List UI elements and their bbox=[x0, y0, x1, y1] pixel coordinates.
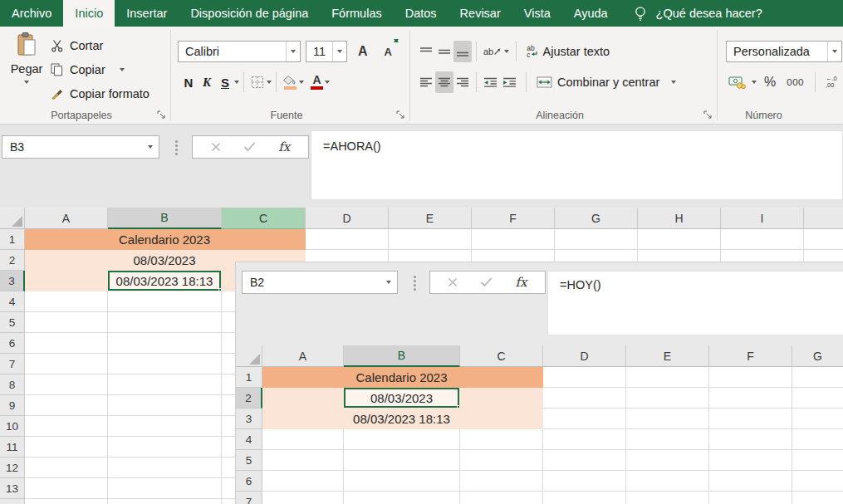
bold-button[interactable]: N bbox=[179, 71, 198, 93]
chevron-down-icon[interactable] bbox=[299, 81, 304, 84]
empty-cell[interactable] bbox=[25, 333, 108, 354]
column-header-g[interactable]: G bbox=[555, 208, 638, 229]
empty-cell[interactable] bbox=[709, 388, 792, 409]
overlay-cell-b3[interactable]: 08/03/2023 18:13 bbox=[344, 409, 460, 429]
cell-a1[interactable] bbox=[25, 229, 108, 250]
overlay-row-header-2[interactable]: 2 bbox=[236, 388, 262, 409]
row-header[interactable]: 5 bbox=[0, 312, 25, 333]
overlay-column-header-c[interactable]: C bbox=[460, 345, 543, 367]
row-header[interactable]: 9 bbox=[0, 395, 25, 416]
overlay-select-all-corner[interactable] bbox=[236, 345, 262, 367]
overlay-column-header-f[interactable]: F bbox=[709, 345, 792, 367]
empty-cell[interactable] bbox=[543, 409, 626, 429]
overlay-cell-a2[interactable] bbox=[262, 388, 344, 409]
empty-cell[interactable] bbox=[25, 437, 108, 458]
empty-cell[interactable] bbox=[25, 458, 108, 478]
font-color-button[interactable]: A bbox=[309, 71, 325, 93]
row-header[interactable]: 5 bbox=[236, 450, 262, 471]
empty-cell[interactable] bbox=[792, 492, 843, 504]
empty-cell[interactable] bbox=[709, 367, 792, 388]
decrease-font-size-button[interactable]: A bbox=[379, 41, 398, 62]
fill-color-button[interactable] bbox=[281, 71, 299, 93]
empty-cell[interactable] bbox=[262, 492, 344, 504]
chevron-down-icon[interactable] bbox=[234, 81, 239, 84]
enter-check-icon[interactable] bbox=[480, 277, 493, 287]
empty-cell[interactable] bbox=[460, 471, 543, 492]
dialog-launcher-icon[interactable] bbox=[396, 110, 405, 120]
empty-cell[interactable] bbox=[709, 471, 792, 492]
column-header-e[interactable]: E bbox=[389, 208, 472, 229]
overlay-cell-b1[interactable]: Calendario 2023 bbox=[344, 367, 460, 388]
increase-font-size-button[interactable]: A bbox=[352, 41, 374, 62]
align-left-button[interactable] bbox=[417, 71, 435, 93]
cancel-icon[interactable] bbox=[448, 277, 458, 287]
italic-button[interactable]: K bbox=[198, 71, 216, 93]
empty-cell[interactable] bbox=[108, 333, 222, 354]
empty-cell[interactable] bbox=[108, 499, 222, 504]
overlay-cell-c2[interactable] bbox=[460, 388, 543, 409]
empty-cell[interactable] bbox=[709, 450, 792, 471]
cell-c1[interactable] bbox=[222, 229, 306, 250]
empty-cell[interactable] bbox=[344, 450, 460, 471]
empty-cell[interactable] bbox=[389, 229, 472, 250]
overlay-cell-c1[interactable] bbox=[460, 367, 543, 388]
cell-a2[interactable] bbox=[25, 250, 108, 271]
copy-button[interactable]: Copiar bbox=[50, 57, 168, 81]
empty-cell[interactable] bbox=[709, 492, 792, 504]
row-header[interactable]: 10 bbox=[0, 416, 25, 437]
empty-cell[interactable] bbox=[262, 450, 344, 471]
row-header-2[interactable]: 2 bbox=[0, 250, 25, 271]
align-top-button[interactable] bbox=[417, 41, 435, 62]
empty-cell[interactable] bbox=[543, 429, 626, 450]
empty-cell[interactable] bbox=[108, 437, 222, 458]
font-size-combobox[interactable]: 11 bbox=[306, 41, 347, 62]
empty-cell[interactable] bbox=[25, 395, 108, 416]
align-center-button[interactable] bbox=[435, 71, 453, 93]
overlay-column-header-e[interactable]: E bbox=[626, 345, 709, 367]
empty-cell[interactable] bbox=[626, 429, 709, 450]
column-header-partial[interactable] bbox=[804, 208, 843, 229]
align-right-button[interactable] bbox=[453, 71, 472, 93]
overlay-insert-function-button[interactable]: fx bbox=[515, 275, 527, 290]
empty-cell[interactable] bbox=[460, 450, 543, 471]
overlay-name-box[interactable]: B2 bbox=[242, 271, 398, 294]
empty-cell[interactable] bbox=[25, 416, 108, 437]
empty-cell[interactable] bbox=[262, 471, 344, 492]
chevron-down-icon[interactable] bbox=[752, 81, 757, 84]
increase-indent-button[interactable] bbox=[500, 71, 519, 93]
borders-button[interactable] bbox=[248, 71, 267, 93]
empty-cell[interactable] bbox=[792, 388, 843, 409]
select-all-corner[interactable] bbox=[0, 208, 25, 229]
row-header[interactable]: 11 bbox=[0, 437, 25, 458]
format-painter-button[interactable]: Copiar formato bbox=[50, 81, 168, 105]
empty-cell[interactable] bbox=[108, 291, 222, 312]
wrap-text-button[interactable]: abc Ajustar texto bbox=[523, 41, 613, 62]
row-header[interactable]: 12 bbox=[0, 458, 25, 478]
empty-cell[interactable] bbox=[626, 471, 709, 492]
cell-b2[interactable]: 08/03/2023 bbox=[108, 250, 222, 271]
empty-cell[interactable] bbox=[25, 499, 108, 504]
empty-cell[interactable] bbox=[792, 367, 843, 388]
tab-revisar[interactable]: Revisar bbox=[448, 0, 512, 27]
empty-cell[interactable] bbox=[543, 471, 626, 492]
row-header[interactable]: 8 bbox=[0, 374, 25, 395]
empty-cell[interactable] bbox=[25, 374, 108, 395]
empty-cell[interactable] bbox=[262, 429, 344, 450]
empty-cell[interactable] bbox=[108, 374, 222, 395]
tab-archivo[interactable]: Archivo bbox=[0, 0, 63, 27]
dialog-launcher-icon[interactable] bbox=[703, 110, 713, 120]
formula-bar-input[interactable]: =AHORA() bbox=[311, 130, 843, 200]
dialog-launcher-icon[interactable] bbox=[157, 110, 166, 120]
align-bottom-button[interactable] bbox=[453, 41, 472, 62]
column-header-f[interactable]: F bbox=[472, 208, 555, 229]
empty-cell[interactable] bbox=[792, 471, 843, 492]
empty-cell[interactable] bbox=[543, 450, 626, 471]
empty-cell[interactable] bbox=[108, 312, 222, 333]
formula-bar-grip[interactable] bbox=[175, 140, 178, 143]
empty-cell[interactable] bbox=[792, 450, 843, 471]
increase-decimal-button[interactable]: ←.0,00 bbox=[823, 76, 837, 89]
empty-cell[interactable] bbox=[709, 409, 792, 429]
cut-button[interactable]: Cortar bbox=[50, 33, 168, 57]
empty-cell[interactable] bbox=[804, 229, 843, 250]
empty-cell[interactable] bbox=[626, 450, 709, 471]
